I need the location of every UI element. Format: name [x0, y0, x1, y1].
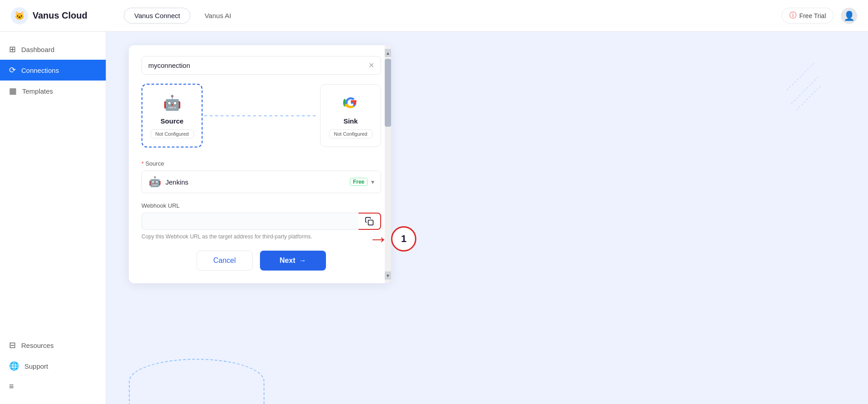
- svg-line-2: [796, 86, 821, 111]
- annotation-circle: 1: [391, 226, 416, 252]
- source-not-configured-badge: Not Configured: [151, 129, 194, 138]
- avatar[interactable]: 👤: [841, 8, 857, 24]
- nav-tab-connect[interactable]: Vanus Connect: [124, 8, 190, 24]
- connections-icon: ⟳: [9, 65, 16, 75]
- menu-icon: ≡: [9, 382, 14, 391]
- webhook-url-input[interactable]: [142, 213, 359, 230]
- scrollbar-thumb[interactable]: [385, 59, 391, 127]
- next-label: Next: [280, 257, 296, 265]
- support-icon: 🌐: [9, 361, 19, 371]
- app-name: Vanus Cloud: [33, 10, 87, 21]
- info-icon: ⓘ: [789, 11, 797, 20]
- sidebar-label-resources: Resources: [21, 342, 54, 349]
- source-sink-row: 🤖 Source Not Configured: [142, 84, 381, 147]
- logo-area: 🐱 Vanus Cloud: [11, 7, 115, 24]
- scroll-up-button[interactable]: ▲: [385, 49, 391, 57]
- templates-icon: ▦: [9, 86, 17, 96]
- sidebar-label-support: Support: [24, 362, 48, 370]
- svg-rect-4: [368, 220, 373, 225]
- webhook-section-label: Webhook URL: [142, 202, 381, 209]
- sink-card-icon: [341, 93, 361, 113]
- webhook-row: [142, 213, 381, 230]
- nav-tabs: Vanus Connect Vanus AI: [124, 8, 241, 24]
- logo-icon: 🐱: [11, 7, 28, 24]
- dashboard-icon: ⊞: [9, 44, 16, 54]
- sidebar-item-support[interactable]: 🌐 Support: [0, 356, 106, 376]
- sidebar-item-templates[interactable]: ▦ Templates: [0, 81, 106, 101]
- free-trial-label: Free Trial: [799, 12, 826, 19]
- bg-decoration: [642, 59, 823, 195]
- source-section-label: * Source: [142, 160, 381, 167]
- sidebar: ⊞ Dashboard ⟳ Connections ▦ Templates ⊟ …: [0, 32, 106, 404]
- annotation-arrow-icon: →: [368, 229, 388, 249]
- connection-panel: ▲ ▼ ✕ 🤖 Source Not Configured: [129, 45, 391, 283]
- required-star: *: [142, 160, 144, 167]
- panel-scroll-area: ✕ 🤖 Source Not Configured: [129, 45, 391, 283]
- sidebar-label-templates: Templates: [22, 87, 53, 95]
- sink-not-configured-badge: Not Configured: [329, 129, 373, 138]
- sidebar-label-connections: Connections: [21, 67, 59, 74]
- free-trial-button[interactable]: ⓘ Free Trial: [782, 8, 834, 24]
- clear-input-button[interactable]: ✕: [368, 61, 374, 70]
- source-select-icon: 🤖: [148, 176, 161, 188]
- button-row: Cancel Next →: [142, 251, 381, 271]
- sidebar-item-connections[interactable]: ⟳ Connections: [0, 60, 106, 81]
- sidebar-item-resources[interactable]: ⊟ Resources: [0, 335, 106, 356]
- main-content: ▲ ▼ ✕ 🤖 Source Not Configured: [106, 32, 868, 404]
- source-select-name: Jenkins: [165, 178, 350, 186]
- sink-card-label: Sink: [344, 117, 358, 125]
- sidebar-item-dashboard[interactable]: ⊞ Dashboard: [0, 39, 106, 60]
- topbar: 🐱 Vanus Cloud Vanus Connect Vanus AI ⓘ F…: [0, 0, 868, 32]
- annotation-number: 1: [401, 233, 406, 245]
- topbar-right: ⓘ Free Trial 👤: [782, 8, 857, 24]
- source-card-label: Source: [160, 117, 184, 125]
- sidebar-bottom: ⊟ Resources 🌐 Support ≡: [0, 335, 106, 397]
- sink-card[interactable]: Sink Not Configured: [320, 84, 381, 147]
- webhook-hint: Copy this Webhook URL as the target addr…: [142, 233, 381, 240]
- resources-icon: ⊟: [9, 340, 16, 350]
- scroll-down-button[interactable]: ▼: [385, 271, 391, 280]
- annotation-wrapper: → 1: [368, 226, 416, 252]
- next-arrow-icon: →: [299, 257, 306, 265]
- sidebar-label-dashboard: Dashboard: [21, 46, 54, 53]
- sidebar-item-menu[interactable]: ≡: [0, 376, 106, 397]
- source-free-tag: Free: [350, 178, 368, 186]
- connector-line: [204, 115, 318, 116]
- nav-tab-ai[interactable]: Vanus AI: [194, 8, 241, 24]
- cancel-button[interactable]: Cancel: [197, 251, 253, 271]
- next-button[interactable]: Next →: [260, 251, 326, 271]
- source-card[interactable]: 🤖 Source Not Configured: [142, 84, 203, 147]
- dashed-curve-decoration: [129, 359, 264, 404]
- source-card-icon: 🤖: [162, 93, 182, 113]
- svg-line-1: [791, 77, 818, 104]
- source-select-dropdown[interactable]: 🤖 Jenkins Free ▾: [142, 171, 381, 193]
- chevron-down-icon: ▾: [371, 178, 374, 185]
- connection-name-row: ✕: [142, 56, 381, 75]
- svg-line-0: [787, 63, 814, 90]
- connection-name-input[interactable]: [148, 62, 368, 69]
